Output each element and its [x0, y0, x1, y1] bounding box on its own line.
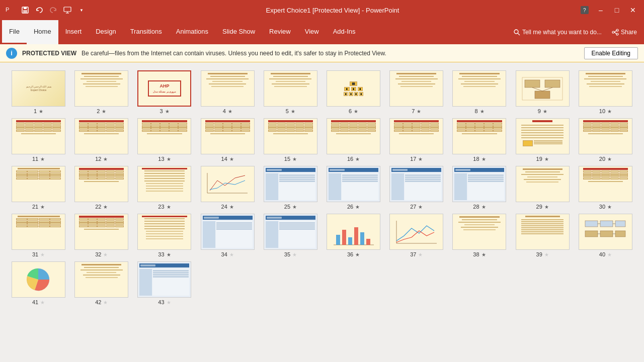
slide-thumbnail-23[interactable]	[137, 166, 191, 202]
tab-file[interactable]: File	[2, 20, 27, 44]
slide-star-19[interactable]: ★	[544, 156, 549, 162]
slide-star-13[interactable]: ★	[167, 156, 171, 162]
slide-item-2[interactable]: 2★	[73, 70, 130, 114]
slide-thumbnail-43[interactable]	[137, 261, 191, 298]
slide-thumbnail-7[interactable]	[389, 70, 443, 107]
slide-item-20[interactable]: 20★	[577, 118, 634, 162]
slide-thumbnail-15[interactable]	[264, 118, 317, 154]
slide-thumbnail-36[interactable]	[327, 214, 380, 250]
maximize-button[interactable]: □	[610, 3, 624, 17]
tab-review[interactable]: Review	[262, 20, 298, 44]
slide-item-25[interactable]: 25★	[262, 166, 319, 210]
tab-view[interactable]: View	[298, 20, 326, 44]
slide-thumbnail-31[interactable]	[12, 214, 65, 250]
slide-thumbnail-2[interactable]	[74, 70, 128, 107]
slide-thumbnail-18[interactable]	[452, 118, 506, 154]
close-button[interactable]: ✕	[626, 3, 640, 17]
slide-item-37[interactable]: 37★	[388, 214, 445, 257]
save-button[interactable]	[19, 4, 31, 16]
slide-thumbnail-16[interactable]	[327, 118, 380, 154]
redo-button[interactable]	[47, 4, 59, 16]
slide-item-8[interactable]: 8★	[451, 70, 508, 114]
slide-item-3[interactable]: AHPمروری بر مسئله مدل 3★	[136, 70, 193, 114]
slide-thumbnail-33[interactable]	[137, 214, 191, 250]
slide-thumbnail-19[interactable]	[516, 118, 570, 154]
slide-star-9[interactable]: ★	[543, 109, 547, 114]
slide-star-21[interactable]: ★	[40, 204, 45, 210]
slide-thumbnail-26[interactable]	[327, 166, 380, 202]
slide-thumbnail-42[interactable]	[74, 261, 128, 298]
slide-item-1[interactable]: بسم الله الرحمن الرحيمExpert Choice 1★	[10, 70, 67, 114]
slide-star-29[interactable]: ★	[544, 204, 549, 210]
slide-star-32[interactable]: ★	[103, 252, 108, 257]
undo-button[interactable]	[33, 4, 45, 16]
slide-star-26[interactable]: ★	[355, 204, 360, 210]
tab-home[interactable]: Home	[27, 20, 58, 44]
slide-thumbnail-13[interactable]	[137, 118, 191, 154]
slide-item-26[interactable]: 26★	[325, 166, 382, 210]
slide-thumbnail-11[interactable]	[12, 118, 65, 154]
slide-star-4[interactable]: ★	[228, 109, 232, 114]
slide-star-40[interactable]: ★	[607, 252, 612, 257]
slide-thumbnail-21[interactable]	[12, 166, 65, 202]
slide-star-22[interactable]: ★	[103, 204, 108, 210]
slide-item-41[interactable]: 41★	[10, 261, 67, 305]
slide-thumbnail-29[interactable]	[516, 166, 570, 202]
slide-star-27[interactable]: ★	[418, 204, 423, 210]
slide-thumbnail-24[interactable]	[201, 166, 255, 202]
slide-star-7[interactable]: ★	[417, 109, 421, 114]
slide-thumbnail-38[interactable]	[452, 214, 506, 250]
slide-item-10[interactable]: 10★	[577, 70, 634, 114]
slide-star-23[interactable]: ★	[167, 204, 171, 210]
slide-star-10[interactable]: ★	[607, 109, 612, 114]
slide-thumbnail-14[interactable]	[201, 118, 255, 154]
slide-item-5[interactable]: 5★	[262, 70, 319, 114]
slide-star-41[interactable]: ★	[40, 300, 45, 305]
slide-star-8[interactable]: ★	[480, 109, 485, 114]
slide-thumbnail-9[interactable]	[516, 70, 570, 107]
slide-item-35[interactable]: 35★	[262, 214, 319, 257]
slide-item-16[interactable]: 16★	[325, 118, 382, 162]
slide-star-37[interactable]: ★	[418, 252, 423, 257]
slide-thumbnail-28[interactable]	[452, 166, 506, 202]
tab-animations[interactable]: Animations	[169, 20, 215, 44]
slide-thumbnail-12[interactable]	[74, 118, 128, 154]
slide-item-7[interactable]: 7★	[388, 70, 445, 114]
slide-item-19[interactable]: 19★	[514, 118, 571, 162]
slide-thumbnail-35[interactable]	[264, 214, 317, 250]
slide-thumbnail-6[interactable]: ██ █ █ █ █ █ █ █	[327, 70, 380, 107]
slide-star-16[interactable]: ★	[355, 156, 360, 162]
slide-item-40[interactable]: 40★	[577, 214, 634, 257]
slide-thumbnail-8[interactable]	[452, 70, 506, 107]
slide-thumbnail-40[interactable]	[579, 214, 632, 250]
slide-star-11[interactable]: ★	[40, 156, 45, 162]
slide-star-39[interactable]: ★	[544, 252, 549, 257]
slide-thumbnail-22[interactable]	[74, 166, 128, 202]
slide-star-42[interactable]: ★	[103, 300, 108, 305]
slide-thumbnail-1[interactable]: بسم الله الرحمن الرحيمExpert Choice	[12, 70, 65, 107]
slide-thumbnail-41[interactable]	[12, 261, 65, 298]
slide-item-11[interactable]: 11★	[10, 118, 67, 162]
slide-item-14[interactable]: 14★	[199, 118, 256, 162]
enable-editing-button[interactable]: Enable Editing	[584, 47, 638, 59]
slide-item-43[interactable]: 43★	[136, 261, 193, 305]
slide-item-28[interactable]: 28★	[451, 166, 508, 210]
slide-item-24[interactable]: 24★	[199, 166, 256, 210]
slide-star-38[interactable]: ★	[481, 252, 486, 257]
slide-item-18[interactable]: 18★	[451, 118, 508, 162]
slide-item-38[interactable]: 38★	[451, 214, 508, 257]
slide-star-1[interactable]: ★	[39, 109, 43, 114]
slide-star-34[interactable]: ★	[229, 252, 234, 257]
slide-item-39[interactable]: 39★	[514, 214, 571, 257]
slide-item-36[interactable]: 36★	[325, 214, 382, 257]
slide-star-28[interactable]: ★	[481, 204, 486, 210]
slide-item-33[interactable]: 33★	[136, 214, 193, 257]
slide-item-22[interactable]: 22★	[73, 166, 130, 210]
slide-star-36[interactable]: ★	[355, 252, 360, 257]
slide-thumbnail-37[interactable]	[389, 214, 443, 250]
slide-item-27[interactable]: 27★	[388, 166, 445, 210]
slide-star-35[interactable]: ★	[292, 252, 297, 257]
slide-star-43[interactable]: ★	[167, 300, 171, 305]
share-button[interactable]: Share	[607, 27, 642, 38]
slide-item-13[interactable]: 13★	[136, 118, 193, 162]
